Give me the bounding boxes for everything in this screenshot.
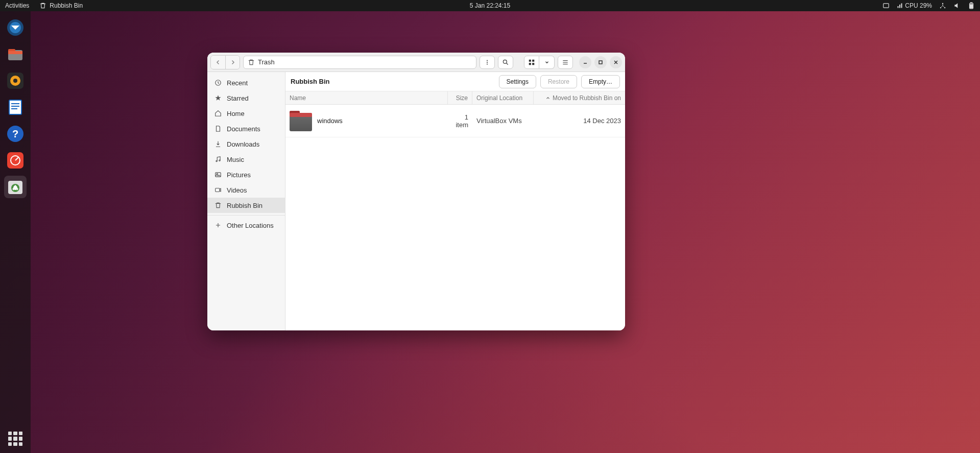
col-date-label: Moved to Rubbish Bin on	[553, 94, 621, 102]
hamburger-menu-button[interactable]	[558, 56, 573, 69]
svg-rect-34	[532, 59, 534, 61]
topbar-app-label: Rubbish Bin	[50, 2, 83, 9]
view-options-button[interactable]	[539, 56, 555, 69]
sidebar-item-videos[interactable]: Videos	[207, 182, 285, 198]
sidebar-item-label: Rubbish Bin	[227, 202, 262, 209]
svg-point-32	[504, 60, 507, 63]
svg-rect-0	[883, 4, 889, 8]
row-date: 14 Dec 2023	[534, 117, 625, 125]
col-orig[interactable]: Original Location	[472, 91, 534, 104]
star-icon	[214, 94, 222, 102]
sidebar-item-downloads[interactable]: Downloads	[207, 136, 285, 152]
nav-buttons	[210, 55, 240, 69]
cpu-label: CPU 29%	[905, 2, 932, 9]
show-applications-button[interactable]	[8, 432, 22, 446]
dock-system-monitor[interactable]	[4, 149, 27, 172]
sort-asc-icon	[545, 96, 551, 101]
sidebar-item-documents[interactable]: Documents	[207, 121, 285, 136]
clock[interactable]: 5 Jan 22:24:15	[470, 2, 510, 9]
video-icon	[214, 186, 222, 194]
music-icon	[214, 156, 222, 163]
sidebar-item-label: Documents	[227, 125, 260, 133]
network-icon[interactable]	[939, 2, 946, 9]
dock-writer[interactable]	[4, 96, 27, 118]
trash-icon	[248, 59, 255, 66]
plus-icon	[214, 222, 222, 229]
trash-icon	[39, 2, 46, 9]
icon-view-button[interactable]	[524, 56, 539, 69]
sidebar-item-label: Music	[227, 156, 244, 163]
svg-rect-2	[899, 5, 900, 8]
minimize-button[interactable]	[579, 56, 591, 68]
row-size: 1 item	[448, 113, 472, 129]
cpu-indicator[interactable]: CPU 29%	[897, 2, 932, 9]
download-icon	[214, 140, 222, 148]
svg-rect-36	[532, 63, 534, 65]
sidebar-item-music[interactable]: Music	[207, 152, 285, 167]
titlebar: Trash	[207, 53, 625, 72]
col-size[interactable]: Size	[448, 91, 472, 104]
screenshot-indicator-icon[interactable]	[882, 2, 890, 9]
volume-icon[interactable]	[953, 2, 961, 9]
svg-rect-20	[11, 103, 19, 104]
dock-help[interactable]: ?	[4, 123, 27, 145]
dock-rubbish-bin[interactable]	[4, 176, 27, 198]
sidebar-item-label: Other Locations	[227, 222, 274, 229]
path-bar[interactable]: Trash	[243, 56, 476, 69]
svg-rect-14	[8, 51, 22, 54]
maximize-button[interactable]	[594, 56, 607, 68]
dock: ?	[0, 11, 31, 453]
close-button[interactable]	[610, 56, 622, 68]
restore-button[interactable]: Restore	[540, 75, 577, 88]
path-label: Trash	[258, 58, 275, 66]
sidebar-item-label: Downloads	[227, 140, 259, 148]
column-headers: Name Size Original Location Moved to Rub…	[285, 91, 625, 105]
row-name: windows	[317, 117, 343, 125]
dock-rhythmbox[interactable]	[4, 69, 27, 92]
svg-point-31	[487, 63, 488, 64]
sidebar-item-home[interactable]: Home	[207, 106, 285, 121]
dock-files[interactable]	[4, 43, 27, 65]
document-icon	[214, 125, 222, 132]
svg-rect-35	[529, 63, 531, 65]
sidebar-item-label: Pictures	[227, 171, 251, 179]
svg-rect-22	[11, 108, 17, 109]
svg-point-17	[13, 79, 17, 83]
col-date[interactable]: Moved to Rubbish Bin on	[534, 91, 625, 104]
topbar-app-menu[interactable]: Rubbish Bin	[39, 2, 83, 9]
svg-rect-18	[9, 100, 21, 114]
sidebar-item-rubbish-bin[interactable]: Rubbish Bin	[207, 198, 285, 213]
back-button[interactable]	[211, 56, 225, 69]
col-name[interactable]: Name	[285, 91, 448, 104]
svg-point-6	[944, 7, 945, 8]
top-bar: Activities Rubbish Bin 5 Jan 22:24:15 CP…	[0, 0, 980, 11]
sidebar-item-pictures[interactable]: Pictures	[207, 167, 285, 182]
sidebar-item-label: Starred	[227, 94, 249, 102]
sidebar-item-starred[interactable]: Starred	[207, 90, 285, 106]
svg-rect-21	[11, 106, 19, 107]
sidebar-item-label: Videos	[227, 186, 247, 194]
svg-rect-9	[970, 5, 973, 8]
content-header: Rubbish Bin Settings Restore Empty…	[285, 72, 625, 91]
svg-point-5	[940, 7, 941, 8]
activities-button[interactable]: Activities	[5, 2, 29, 9]
row-orig: VirtualBox VMs	[472, 117, 534, 125]
view-switcher	[524, 56, 555, 69]
dock-thunderbird[interactable]	[4, 16, 27, 39]
empty-button[interactable]: Empty…	[581, 75, 620, 88]
table-row[interactable]: windows 1 item VirtualBox VMs 14 Dec 202…	[285, 105, 625, 137]
search-button[interactable]	[498, 56, 513, 69]
svg-point-29	[487, 60, 488, 61]
battery-icon[interactable]	[968, 2, 975, 9]
settings-button[interactable]: Settings	[499, 75, 536, 88]
svg-rect-3	[901, 4, 902, 8]
forward-button[interactable]	[225, 56, 240, 69]
sidebar-item-recent[interactable]: Recent	[207, 75, 285, 90]
sidebar-item-other-locations[interactable]: Other Locations	[207, 218, 285, 233]
nautilus-window: Trash Recent	[207, 53, 625, 330]
home-icon	[214, 110, 222, 117]
sidebar-separator	[207, 215, 285, 216]
content-pane: Rubbish Bin Settings Restore Empty… Name…	[285, 72, 625, 330]
svg-rect-43	[216, 188, 220, 192]
path-menu-button[interactable]	[480, 56, 495, 69]
